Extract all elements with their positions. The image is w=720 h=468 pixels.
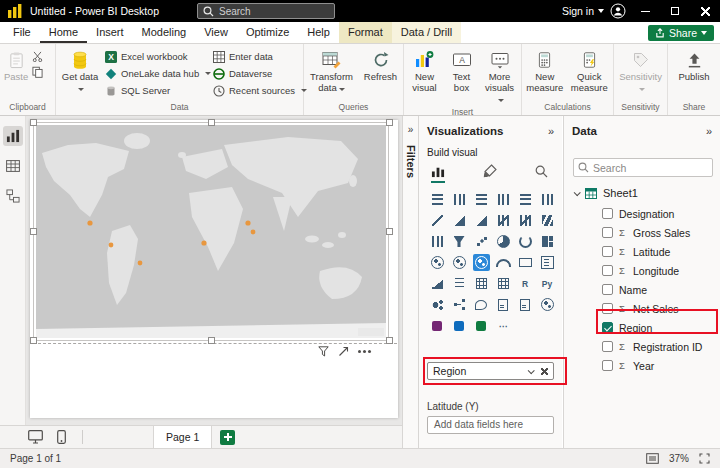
visual-type-kpi[interactable]	[426, 273, 448, 294]
paste-button[interactable]: Paste	[2, 48, 30, 84]
visual-type-line-and-clustered-column-chart[interactable]	[514, 210, 536, 231]
field-checkbox[interactable]	[602, 208, 613, 219]
sql-server-button[interactable]: SQL Server	[102, 82, 210, 99]
resize-handle-top-center[interactable]	[208, 119, 215, 126]
account-avatar-icon[interactable]	[610, 3, 626, 19]
visual-type-area-chart[interactable]	[448, 210, 470, 231]
refresh-button[interactable]: Refresh	[361, 48, 401, 84]
latitude-well-dropzone[interactable]: Add data fields here	[427, 416, 554, 434]
visual-type-funnel-chart[interactable]	[448, 231, 470, 252]
expand-pane-icon[interactable]: »	[403, 124, 418, 135]
visual-type-stacked-area-chart[interactable]	[470, 210, 492, 231]
visual-type-scatter-chart[interactable]	[470, 231, 492, 252]
field-checkbox[interactable]	[602, 341, 613, 352]
page-tab-page1[interactable]: Page 1	[153, 426, 212, 448]
field-row-gross-sales[interactable]: Σ Gross Sales	[564, 223, 720, 242]
data-search-box[interactable]	[573, 158, 713, 177]
field-checkbox[interactable]	[602, 246, 613, 257]
field-row-region[interactable]: Region	[564, 318, 720, 337]
field-checkbox[interactable]	[602, 284, 613, 295]
field-row-designation[interactable]: Designation	[564, 204, 720, 223]
report-view-button[interactable]	[3, 126, 23, 146]
visual-type-smart-narrative[interactable]	[492, 294, 514, 315]
visual-type-power-apps[interactable]	[426, 315, 448, 336]
visual-type-map[interactable]	[426, 252, 448, 273]
table-view-button[interactable]	[3, 156, 23, 176]
visual-type-key-influencers[interactable]	[426, 294, 448, 315]
field-row-net-sales[interactable]: Σ Net Sales	[564, 299, 720, 318]
visual-type-matrix[interactable]	[492, 273, 514, 294]
transform-data-button[interactable]: Transform data	[307, 48, 357, 95]
filters-pane-collapsed[interactable]: » Filters	[402, 116, 419, 448]
visual-type-decomposition-tree[interactable]	[448, 294, 470, 315]
search-input[interactable]	[219, 6, 329, 17]
visual-type-stacked-column-chart[interactable]	[448, 189, 470, 210]
visual-type-qa[interactable]	[470, 294, 492, 315]
visual-type-python[interactable]: Py	[536, 273, 558, 294]
filter-funnel-icon[interactable]	[318, 346, 329, 357]
cut-button[interactable]	[32, 51, 43, 62]
model-view-button[interactable]	[3, 186, 23, 206]
tab-home[interactable]: Home	[40, 22, 87, 43]
data-search-input[interactable]	[593, 162, 708, 174]
visual-type-filled-map[interactable]	[448, 252, 470, 273]
more-options-icon[interactable]	[358, 350, 361, 353]
share-button[interactable]: Share	[648, 25, 714, 41]
visual-type-paginated-report[interactable]	[514, 294, 536, 315]
format-visual-tab[interactable]	[483, 164, 497, 183]
publish-button[interactable]: Publish	[673, 48, 715, 84]
tab-modeling[interactable]: Modeling	[133, 22, 196, 43]
field-checkbox[interactable]	[602, 322, 613, 333]
close-button[interactable]	[690, 0, 720, 22]
get-data-button[interactable]: Get data	[58, 48, 102, 95]
visual-type-power-automate[interactable]	[448, 315, 470, 336]
focus-mode-icon[interactable]	[338, 346, 349, 357]
collapse-pane-icon[interactable]: »	[706, 125, 712, 137]
mobile-layout-icon[interactable]	[57, 430, 66, 444]
maximize-button[interactable]	[660, 0, 690, 22]
more-visuals-button[interactable]: More visuals	[480, 48, 519, 106]
field-row-name[interactable]: Name	[564, 280, 720, 299]
visual-type-pie-chart[interactable]	[492, 231, 514, 252]
field-checkbox[interactable]	[602, 265, 613, 276]
sensitivity-button[interactable]: Sensitivity	[618, 48, 664, 95]
table-node-sheet1[interactable]: Sheet1	[564, 184, 720, 202]
visual-type-more[interactable]: ⋯	[492, 315, 514, 336]
quick-measure-button[interactable]: Quick measure	[568, 48, 611, 95]
field-row-registration-id[interactable]: Σ Registration ID	[564, 337, 720, 356]
location-field-chip[interactable]: Region	[427, 362, 554, 380]
visual-type-arcgis-map[interactable]	[536, 294, 558, 315]
copy-button[interactable]	[32, 66, 43, 78]
collapse-pane-icon[interactable]: »	[548, 125, 554, 137]
visual-type-slicer[interactable]	[448, 273, 470, 294]
resize-handle-bottom-center[interactable]	[208, 337, 215, 344]
visual-type-gauge[interactable]	[492, 252, 514, 273]
tab-file[interactable]: File	[4, 22, 40, 43]
chevron-down-icon[interactable]	[528, 367, 535, 374]
fit-to-width-icon[interactable]	[699, 453, 710, 464]
visual-type-line-chart[interactable]	[426, 210, 448, 231]
visual-type-table[interactable]	[470, 273, 492, 294]
visual-type-100-stacked-column-chart[interactable]	[536, 189, 558, 210]
tab-format[interactable]: Format	[339, 22, 392, 43]
new-page-button[interactable]	[220, 430, 235, 445]
field-row-longitude[interactable]: Σ Longitude	[564, 261, 720, 280]
visual-type-treemap[interactable]	[536, 231, 558, 252]
text-box-button[interactable]: A Text box	[445, 48, 478, 95]
visual-type-100-stacked-bar-chart[interactable]	[514, 189, 536, 210]
visual-type-waterfall-chart[interactable]	[426, 231, 448, 252]
visual-type-multi-row-card[interactable]	[536, 252, 558, 273]
build-visual-tab[interactable]	[431, 164, 445, 183]
visual-type-card[interactable]	[514, 252, 536, 273]
enter-data-button[interactable]: Enter data	[210, 48, 298, 65]
new-measure-button[interactable]: New measure	[524, 48, 566, 95]
field-checkbox[interactable]	[602, 227, 613, 238]
resize-handle-top-right[interactable]	[386, 119, 393, 126]
resize-handle-middle-left[interactable]	[30, 228, 37, 235]
resize-handle-middle-right[interactable]	[386, 228, 393, 235]
resize-handle-top-left[interactable]	[30, 119, 37, 126]
visual-type-r-script[interactable]: R	[514, 273, 536, 294]
tab-insert[interactable]: Insert	[87, 22, 133, 43]
visual-type-metrics[interactable]	[470, 315, 492, 336]
fit-to-page-icon[interactable]	[646, 453, 659, 464]
